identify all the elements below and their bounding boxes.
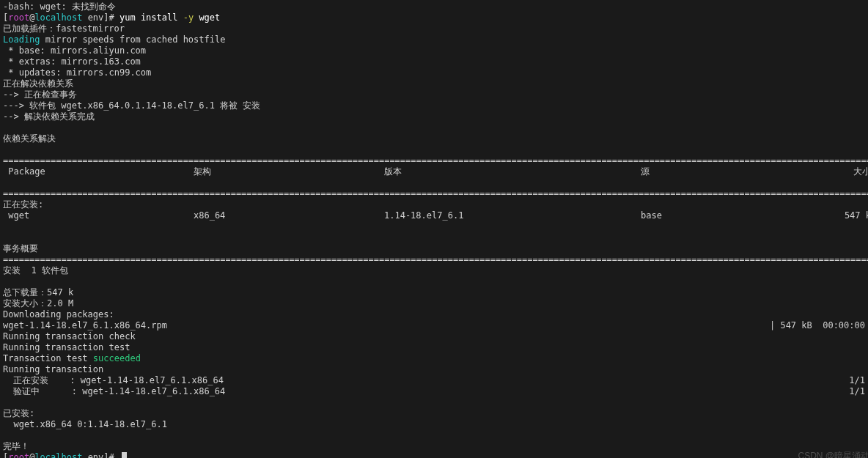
col-source: 源 (641, 166, 827, 177)
section-installing: 正在安装: (3, 199, 43, 210)
line: Transaction test succeeded (3, 353, 141, 363)
line: * extras: mirrors.163.com (3, 56, 141, 67)
line: wget.x86_64 0:1.14-18.el7_6.1 (3, 419, 167, 429)
divider: ========================================… (3, 188, 868, 199)
arg: wget (194, 12, 220, 23)
download-stats: | 547 kB 00:00:00 (770, 320, 865, 331)
terminal-window[interactable]: -bash: wget: 未找到命令 [root@localhost env]#… (0, 0, 868, 458)
divider: ========================================… (3, 254, 868, 265)
host: localhost (34, 452, 82, 458)
line: --> 正在检查事务 (3, 89, 77, 100)
flag: -y (183, 12, 194, 23)
cwd: env (82, 452, 103, 458)
user: root (8, 452, 29, 458)
table-row: wgetx86_641.14-18.el7_6.1base547 k (3, 210, 868, 221)
command: yum install (119, 12, 183, 23)
download-line: wget-1.14-18.el7_6.1.x86_64.rpm| 547 kB … (3, 320, 167, 330)
cursor (122, 452, 127, 458)
line: Loading mirror speeds from cached hostfi… (3, 34, 225, 45)
table-header: Package架构版本源大小 (3, 166, 868, 177)
line: 正在解决依赖关系 (3, 78, 73, 89)
col-arch: 架构 (194, 166, 384, 177)
pkg-arch: x86_64 (194, 210, 384, 221)
line: 完毕！ (3, 441, 29, 451)
line: Running transaction check (3, 331, 136, 341)
cwd: env (82, 12, 103, 23)
progress-line: 正在安装 : wget-1.14-18.el7_6.1.x86_641/1 (3, 375, 224, 385)
progress-count: 1/1 (849, 375, 865, 386)
status-succeeded: succeeded (93, 353, 141, 363)
divider: ========================================… (3, 155, 868, 166)
user: root (8, 12, 29, 23)
pkg-size: 547 k (827, 210, 868, 221)
col-package: Package (3, 166, 194, 177)
line: --> 解决依赖关系完成 (3, 111, 95, 122)
line: Running transaction test (3, 342, 130, 352)
col-version: 版本 (384, 166, 641, 177)
bracket: ]# (103, 452, 119, 458)
line: 已加载插件：fastestmirror (3, 23, 125, 34)
line: 事务概要 (3, 243, 38, 254)
bracket: ]# (103, 12, 119, 23)
line: 安装 1 软件包 (3, 265, 68, 276)
prompt-line[interactable]: [root@localhost env]# (3, 452, 127, 458)
line: * base: mirrors.aliyun.com (3, 45, 146, 56)
pkg-version: 1.14-18.el7_6.1 (384, 210, 641, 221)
col-size: 大小 (827, 166, 868, 177)
line: Downloading packages: (3, 309, 114, 320)
host: localhost (34, 12, 82, 23)
progress-count: 1/1 (849, 386, 865, 397)
line: 依赖关系解决 (3, 133, 56, 144)
line: * updates: mirrors.cn99.com (3, 67, 151, 78)
pkg-source: base (641, 210, 827, 221)
line: -bash: wget: 未找到命令 (3, 1, 116, 12)
line: 总下载量：547 k (3, 287, 73, 298)
line: 安装大小：2.0 M (3, 298, 73, 309)
terminal-output: -bash: wget: 未找到命令 [root@localhost env]#… (3, 1, 868, 458)
progress-line: 验证中 : wget-1.14-18.el7_6.1.x86_641/1 (3, 386, 225, 396)
prompt-line[interactable]: [root@localhost env]# yum install -y wge… (3, 12, 220, 23)
watermark: CSDN @暗星涌动 (798, 451, 868, 458)
line: Running transaction (3, 364, 103, 374)
line: ---> 软件包 wget.x86_64.0.1.14-18.el7_6.1 将… (3, 100, 260, 111)
section-installed: 已安装: (3, 408, 34, 418)
pkg-name: wget (3, 210, 194, 221)
